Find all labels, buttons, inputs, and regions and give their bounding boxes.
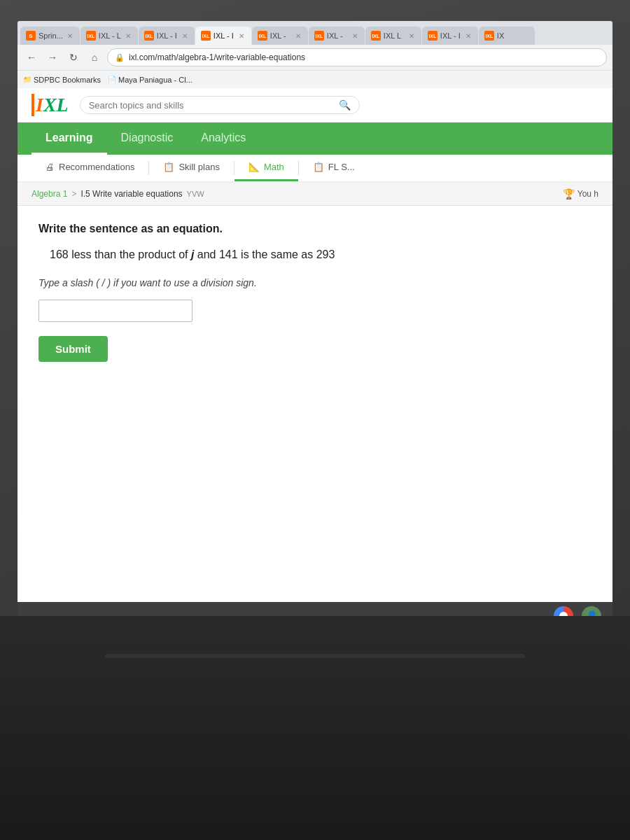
tab-ixl-active-close[interactable]: ✕	[237, 32, 246, 40]
exercise-problem: 168 less than the product of j and 141 i…	[50, 246, 592, 263]
home-button[interactable]: ⌂	[86, 49, 103, 66]
nav-tab-analytics[interactable]: Analytics	[187, 123, 260, 155]
tab-ixl-5-label: IXL -	[327, 31, 343, 40]
breadcrumb-row: Algebra 1 > I.5 Write variable equations…	[18, 183, 612, 206]
tab-ixl-5[interactable]: IXL IXL - ✕	[309, 27, 365, 45]
nav-tab-learning-label: Learning	[46, 132, 93, 144]
math-icon: 📐	[248, 162, 260, 172]
ixl-logo: IXL	[31, 94, 69, 116]
url-text: ixl.com/math/algebra-1/write-variable-eq…	[129, 52, 305, 62]
tab-sprints-close[interactable]: ✕	[66, 32, 74, 40]
tab-ixl-6-label: IXL L	[384, 31, 401, 40]
search-bar-container[interactable]: 🔍	[80, 96, 360, 114]
ixl-i-letter: I	[36, 94, 43, 115]
tab-ixl-7-label: IXL - I	[440, 31, 461, 40]
sub-nav-fl[interactable]: 📋 FL S...	[299, 155, 369, 181]
nav-tabs-bar: Learning Diagnostic Analytics	[18, 122, 612, 155]
back-button[interactable]: ←	[23, 49, 40, 66]
fl-label: FL S...	[328, 162, 355, 172]
tab-ixl-4-label: IXL -	[270, 31, 286, 40]
forward-button[interactable]: →	[44, 49, 61, 66]
exercise-hint: Type a slash ( / ) if you want to use a …	[38, 277, 592, 288]
search-icon: 🔍	[339, 99, 351, 111]
tab-ixl-7[interactable]: IXL IXL - I ✕	[422, 27, 478, 45]
breadcrumb-parent-link[interactable]: Algebra 1	[31, 189, 67, 199]
address-bar-row: ← → ↻ ⌂ 🔒 ixl.com/math/algebra-1/write-v…	[18, 45, 612, 70]
ixl-tab-icon-4: IXL	[258, 31, 267, 41]
laptop-outer: S Sprin... ✕ IXL IXL - L ✕ IXL IXL - I ✕…	[0, 0, 630, 840]
ixl-logo-text: IXL	[36, 94, 69, 116]
recommendations-icon: 🖨	[46, 162, 55, 172]
breadcrumb-separator: >	[71, 189, 76, 199]
breadcrumb: Algebra 1 > I.5 Write variable equations…	[31, 189, 204, 199]
bookmark-maya[interactable]: 📄 Maya Paniagua - Cl...	[108, 76, 192, 84]
keyboard-bar	[105, 654, 525, 658]
breadcrumb-code: YVW	[187, 190, 204, 198]
tab-ixl-4-close[interactable]: ✕	[294, 32, 302, 40]
nav-tab-diagnostic[interactable]: Diagnostic	[107, 123, 188, 155]
tab-ixl-6-close[interactable]: ✕	[407, 32, 416, 40]
ixl-tab-icon-7: IXL	[428, 31, 438, 41]
bookmark-folder-icon: 📁	[23, 76, 31, 83]
tab-ixl-1-label: IXL - L	[99, 31, 121, 40]
tab-ixl-6[interactable]: IXL IXL L ✕	[365, 27, 421, 45]
sub-nav-skill-plans[interactable]: 📋 Skill plans	[149, 155, 234, 181]
secure-lock-icon: 🔒	[115, 53, 125, 62]
submit-button[interactable]: Submit	[38, 336, 108, 362]
sub-nav-math[interactable]: 📐 Math	[234, 155, 298, 181]
breadcrumb-current-page: I.5 Write variable equations	[80, 189, 182, 199]
ixl-tab-icon-1: IXL	[86, 31, 96, 41]
ixl-tab-icon-6: IXL	[371, 31, 381, 41]
sub-nav-bar: 🖨 Recommendations 📋 Skill plans 📐 Math 📋…	[18, 155, 612, 183]
address-bar[interactable]: 🔒 ixl.com/math/algebra-1/write-variable-…	[107, 48, 607, 66]
sprints-tab-icon: S	[26, 31, 36, 41]
nav-tab-diagnostic-label: Diagnostic	[121, 132, 174, 144]
tab-sprints-label: Sprin...	[38, 31, 63, 40]
tab-bar: S Sprin... ✕ IXL IXL - L ✕ IXL IXL - I ✕…	[18, 21, 612, 45]
browser-screen: S Sprin... ✕ IXL IXL - L ✕ IXL IXL - I ✕…	[18, 21, 612, 630]
exercise-area: Write the sentence as an equation. 168 l…	[18, 206, 612, 556]
reload-button[interactable]: ↻	[65, 49, 82, 66]
skill-plans-icon: 📋	[163, 162, 174, 172]
ixl-logo-bar	[31, 94, 34, 116]
fl-icon: 📋	[313, 162, 324, 172]
you-button[interactable]: 🏆 You h	[563, 188, 598, 200]
search-input[interactable]	[89, 100, 335, 111]
nav-tab-analytics-label: Analytics	[201, 132, 246, 144]
you-label: You h	[578, 189, 598, 199]
tab-ixl-active[interactable]: IXL IXL - I ✕	[195, 27, 251, 45]
tab-ixl-2-close[interactable]: ✕	[181, 32, 189, 40]
exercise-variable: j	[191, 248, 194, 260]
tab-ixl-4[interactable]: IXL IXL - ✕	[252, 27, 308, 45]
ixl-tab-icon-active: IXL	[201, 31, 211, 41]
bookmarks-bar: 📁 SDPBC Bookmarks 📄 Maya Paniagua - Cl..…	[18, 70, 612, 88]
tab-ixl-active-label: IXL - I	[214, 31, 234, 40]
recommendations-label: Recommendations	[59, 162, 134, 172]
ixl-tab-icon-5: IXL	[314, 31, 324, 41]
math-label: Math	[264, 162, 284, 172]
tab-ixl-1-close[interactable]: ✕	[124, 32, 132, 40]
tab-ixl-2-label: IXL - I	[157, 31, 177, 40]
bookmark-doc-icon: 📄	[108, 76, 116, 83]
ixl-page: IXL 🔍 Learning Diagnostic Analytics	[18, 88, 612, 556]
bookmark-maya-label: Maya Paniagua - Cl...	[118, 76, 192, 84]
nav-tab-learning[interactable]: Learning	[31, 123, 107, 155]
ixl-tab-icon-2: IXL	[144, 31, 154, 41]
tab-ixl-1[interactable]: IXL IXL - L ✕	[80, 27, 138, 45]
skill-plans-label: Skill plans	[178, 162, 220, 172]
tab-ixl-5-close[interactable]: ✕	[351, 32, 359, 40]
tab-ixl-2[interactable]: IXL IXL - I ✕	[139, 27, 195, 45]
tab-sprints[interactable]: S Sprin... ✕	[20, 27, 80, 45]
ixl-header: IXL 🔍	[18, 88, 612, 122]
browser-chrome: S Sprin... ✕ IXL IXL - L ✕ IXL IXL - I ✕…	[18, 21, 612, 88]
answer-input[interactable]	[38, 300, 192, 322]
laptop-bottom	[0, 616, 630, 840]
exercise-instruction: Write the sentence as an equation.	[38, 223, 592, 235]
tab-ixl-8[interactable]: IXL IX	[479, 27, 535, 45]
trophy-icon: 🏆	[563, 188, 575, 200]
bookmark-sdpbc-label: SDPBC Bookmarks	[34, 76, 101, 84]
tab-ixl-7-close[interactable]: ✕	[464, 32, 472, 40]
sub-nav-recommendations[interactable]: 🖨 Recommendations	[31, 155, 148, 181]
bookmark-sdpbc[interactable]: 📁 SDPBC Bookmarks	[23, 76, 101, 84]
tab-ixl-8-label: IX	[497, 31, 504, 40]
